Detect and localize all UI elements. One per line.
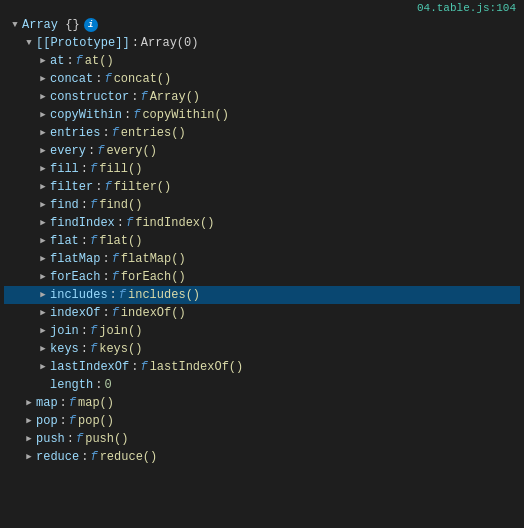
root-toggle[interactable] [8,18,22,32]
prototype-key: [[Prototype]] [36,34,130,52]
devtools-panel: 04.table.js:104 Array {} i [[Prototype]]… [0,0,524,528]
item-map-func: map() [78,394,114,412]
item-reduce[interactable]: reduce : f reduce() [4,448,520,466]
item-findIndex-func: findIndex() [135,214,214,232]
prototype-node[interactable]: [[Prototype]] : Array(0) [4,34,520,52]
item-at-toggle[interactable] [36,54,50,68]
item-concat[interactable]: concat : f concat() [4,70,520,88]
item-copyWithin-toggle[interactable] [36,108,50,122]
item-keys-toggle[interactable] [36,342,50,356]
item-forEach-key: forEach [50,268,100,286]
item-at-func: at() [85,52,114,70]
item-lastIndexOf-key: lastIndexOf [50,358,129,376]
item-find[interactable]: find : f find() [4,196,520,214]
item-push-toggle[interactable] [22,432,36,446]
item-flat[interactable]: flat : f flat() [4,232,520,250]
top-bar: 04.table.js:104 [0,0,524,16]
item-length: length : 0 [4,376,520,394]
item-findIndex[interactable]: findIndex : f findIndex() [4,214,520,232]
item-indexOf-func: indexOf() [121,304,186,322]
item-every-toggle[interactable] [36,144,50,158]
item-pop-key: pop [36,412,58,430]
item-findIndex-key: findIndex [50,214,115,232]
item-filter[interactable]: filter : f filter() [4,178,520,196]
item-every[interactable]: every : f every() [4,142,520,160]
item-constructor-func: Array() [150,88,200,106]
prototype-value: Array(0) [141,34,199,52]
item-constructor-key: constructor [50,88,129,106]
tree-container: Array {} i [[Prototype]] : Array(0) at :… [0,16,524,466]
item-constructor[interactable]: constructor : f Array() [4,88,520,106]
item-indexOf[interactable]: indexOf : f indexOf() [4,304,520,322]
root-node[interactable]: Array {} i [4,16,520,34]
item-keys-key: keys [50,340,79,358]
item-join-func: join() [99,322,142,340]
item-every-key: every [50,142,86,160]
item-includes-key: includes [50,286,108,304]
item-entries-key: entries [50,124,100,142]
item-map-key: map [36,394,58,412]
item-concat-key: concat [50,70,93,88]
item-find-func: find() [99,196,142,214]
item-lastIndexOf-func: lastIndexOf() [150,358,244,376]
item-concat-func: concat() [114,70,172,88]
root-meta: {} [58,16,80,34]
item-copyWithin-func: copyWithin() [142,106,228,124]
item-findIndex-toggle[interactable] [36,216,50,230]
item-entries-toggle[interactable] [36,126,50,140]
item-copyWithin[interactable]: copyWithin : f copyWithin() [4,106,520,124]
item-filter-key: filter [50,178,93,196]
item-entries[interactable]: entries : f entries() [4,124,520,142]
item-keys-func: keys() [99,340,142,358]
item-length-key: length [50,376,93,394]
item-pop[interactable]: pop : f pop() [4,412,520,430]
item-pop-func: pop() [78,412,114,430]
item-at[interactable]: at : f at() [4,52,520,70]
item-map[interactable]: map : f map() [4,394,520,412]
root-label: Array [22,16,58,34]
item-flatMap-toggle[interactable] [36,252,50,266]
item-join-toggle[interactable] [36,324,50,338]
item-every-func: every() [106,142,156,160]
item-fill[interactable]: fill : f fill() [4,160,520,178]
item-flat-key: flat [50,232,79,250]
item-flat-toggle[interactable] [36,234,50,248]
item-forEach-toggle[interactable] [36,270,50,284]
item-fill-func: fill() [99,160,142,178]
item-push-key: push [36,430,65,448]
item-indexOf-toggle[interactable] [36,306,50,320]
item-flatMap-func: flatMap() [121,250,186,268]
item-filter-toggle[interactable] [36,180,50,194]
item-map-toggle[interactable] [22,396,36,410]
item-keys[interactable]: keys : f keys() [4,340,520,358]
item-forEach[interactable]: forEach : f forEach() [4,268,520,286]
item-indexOf-key: indexOf [50,304,100,322]
prototype-toggle[interactable] [22,36,36,50]
item-length-value: 0 [104,376,111,394]
item-lastIndexOf-toggle[interactable] [36,360,50,374]
item-lastIndexOf[interactable]: lastIndexOf : f lastIndexOf() [4,358,520,376]
item-fill-toggle[interactable] [36,162,50,176]
item-find-toggle[interactable] [36,198,50,212]
item-join[interactable]: join : f join() [4,322,520,340]
item-flatMap-key: flatMap [50,250,100,268]
item-flat-func: flat() [99,232,142,250]
item-includes-func: includes() [128,286,200,304]
item-includes-toggle[interactable] [36,288,50,302]
item-fill-key: fill [50,160,79,178]
item-reduce-func: reduce() [100,448,158,466]
info-icon: i [84,18,98,32]
item-forEach-func: forEach() [121,268,186,286]
item-concat-toggle[interactable] [36,72,50,86]
file-link[interactable]: 04.table.js:104 [417,2,516,14]
item-push-func: push() [85,430,128,448]
item-constructor-toggle[interactable] [36,90,50,104]
item-entries-func: entries() [121,124,186,142]
item-pop-toggle[interactable] [22,414,36,428]
item-includes[interactable]: includes : f includes() [4,286,520,304]
item-reduce-key: reduce [36,448,79,466]
item-find-key: find [50,196,79,214]
item-flatMap[interactable]: flatMap : f flatMap() [4,250,520,268]
item-push[interactable]: push : f push() [4,430,520,448]
item-reduce-toggle[interactable] [22,450,36,464]
